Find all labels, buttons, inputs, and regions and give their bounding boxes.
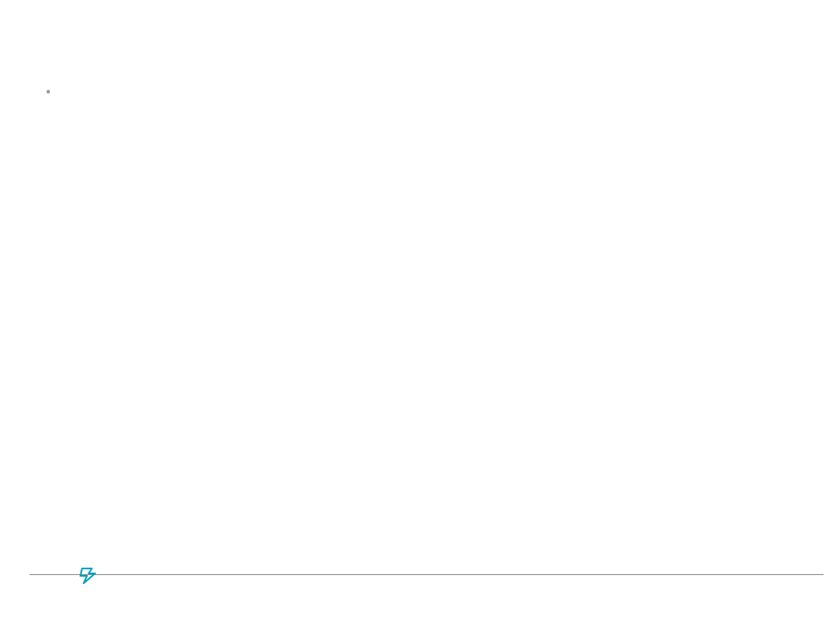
footer-rule <box>30 574 824 575</box>
bullet-dot: • <box>46 84 51 101</box>
brand-glyph-icon <box>79 566 98 584</box>
body-text: • <box>46 84 801 101</box>
